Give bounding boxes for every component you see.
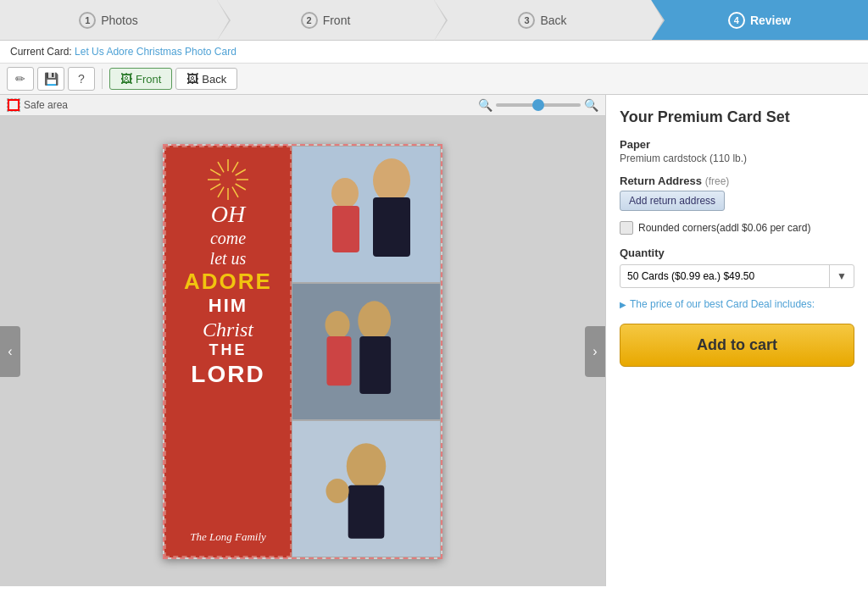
rounded-corners-checkbox[interactable]	[620, 221, 633, 235]
svg-point-25	[326, 478, 348, 502]
card-left: OH come let us ADORE HIM Christ THE LORD…	[164, 146, 292, 557]
card-right	[292, 146, 441, 557]
card-text-adore: ADORE	[184, 269, 272, 295]
zoom-slider[interactable]	[496, 103, 581, 107]
next-arrow[interactable]: ›	[585, 326, 605, 377]
step-num-photos: 1	[79, 12, 96, 29]
step-label-review: Review	[750, 14, 791, 27]
svg-point-20	[326, 311, 350, 339]
breadcrumb-prefix: Current Card:	[10, 46, 72, 58]
canvas-toolbar: Safe area 🔍 🔍	[0, 95, 605, 116]
main-layout: Safe area 🔍 🔍 ‹	[0, 95, 868, 586]
photo-slot-3	[292, 420, 441, 557]
svg-rect-24	[348, 485, 385, 538]
card-family-name: The Long Family	[190, 529, 266, 545]
panel-title: Your Premium Card Set	[620, 108, 854, 126]
svg-point-15	[331, 178, 359, 208]
toolbar-separator	[102, 69, 103, 89]
paper-label: Paper	[620, 138, 854, 151]
card-text-christ: Christ	[184, 318, 272, 342]
quantity-label: Quantity	[620, 247, 854, 259]
card-preview: OH come let us ADORE HIM Christ THE LORD…	[163, 144, 442, 559]
zoom-controls: 🔍 🔍	[478, 98, 598, 112]
svg-line-5	[232, 186, 238, 197]
add-to-cart-button[interactable]: Add to cart	[620, 324, 854, 367]
best-deal-text: The price of our best Card Deal includes…	[630, 298, 815, 310]
quantity-select-wrapper: 25 Cards ($1.19 ea.) $29.75 50 Cards ($0…	[620, 264, 854, 288]
step-label-photos: Photos	[101, 14, 138, 27]
quantity-select[interactable]: 25 Cards ($1.19 ea.) $29.75 50 Cards ($0…	[620, 265, 829, 287]
card-text-the: THE	[184, 341, 272, 360]
svg-line-2	[236, 169, 246, 175]
right-panel: Your Premium Card Set Paper Premium card…	[605, 95, 868, 586]
breadcrumb-link[interactable]: Let Us Adore Christmas Photo Card	[75, 46, 236, 58]
quantity-select-arrow: ▼	[829, 265, 854, 287]
svg-line-1	[232, 162, 238, 172]
svg-rect-19	[359, 336, 391, 394]
svg-line-7	[218, 186, 224, 197]
back-tab[interactable]: 🖼 Back	[175, 68, 237, 90]
wizard-step-front[interactable]: 2 Front	[217, 0, 434, 40]
toolbar: ✏ 💾 ? 🖼 Front 🖼 Back	[0, 64, 868, 95]
best-deal-link[interactable]: ▶ The price of our best Card Deal includ…	[620, 298, 854, 310]
edit-button[interactable]: ✏	[7, 67, 34, 91]
add-return-address-button[interactable]: Add return address	[620, 191, 725, 211]
step-num-front: 2	[301, 12, 318, 29]
svg-line-11	[218, 162, 224, 172]
return-address-label: Return Address	[620, 175, 702, 187]
breadcrumb: Current Card: Let Us Adore Christmas Pho…	[0, 41, 868, 64]
best-deal-arrow-icon: ▶	[620, 300, 626, 309]
front-tab-icon: 🖼	[120, 72, 132, 86]
canvas-content: ‹	[0, 116, 605, 586]
step-label-back: Back	[540, 14, 566, 27]
safe-area-text: Safe area	[24, 99, 68, 111]
svg-point-13	[373, 158, 410, 202]
card-text-him: HIM	[184, 295, 272, 317]
step-num-back: 3	[518, 12, 535, 29]
step-num-review: 4	[728, 12, 745, 29]
card-text-lord: LORD	[184, 360, 272, 389]
safe-area-icon	[7, 98, 20, 112]
step-label-front: Front	[323, 14, 351, 27]
back-tab-icon: 🖼	[186, 72, 198, 86]
zoom-in-icon[interactable]: 🔍	[584, 98, 598, 112]
front-tab[interactable]: 🖼 Front	[109, 68, 172, 90]
return-address-free: (free)	[705, 175, 730, 187]
canvas-area: Safe area 🔍 🔍 ‹	[0, 95, 605, 586]
photo-slot-1	[292, 146, 441, 283]
help-button[interactable]: ?	[68, 67, 95, 91]
svg-rect-21	[326, 336, 351, 385]
wizard-step-back[interactable]: 3 Back	[434, 0, 651, 40]
card-text: OH come let us ADORE HIM Christ THE LORD	[184, 200, 272, 389]
front-tab-label: Front	[136, 73, 161, 86]
back-tab-label: Back	[202, 73, 226, 86]
svg-line-10	[210, 169, 220, 175]
wizard-nav: 1 Photos 2 Front 3 Back 4 Review	[0, 0, 868, 41]
svg-rect-12	[292, 147, 440, 282]
wizard-step-review[interactable]: 4 Review	[651, 0, 868, 40]
sunburst-icon	[203, 154, 253, 205]
svg-rect-16	[332, 206, 359, 252]
return-address-section: Return Address (free) Add return address	[620, 175, 854, 211]
card-text-let-us: let us	[184, 248, 272, 269]
safe-area-label: Safe area	[7, 98, 68, 112]
prev-arrow[interactable]: ‹	[0, 326, 20, 377]
svg-rect-14	[373, 197, 410, 257]
rounded-corners-row: Rounded corners(addl $0.06 per card)	[620, 221, 854, 235]
save-button[interactable]: 💾	[37, 67, 64, 91]
wizard-step-photos[interactable]: 1 Photos	[0, 0, 217, 40]
svg-point-23	[347, 443, 387, 489]
paper-value: Premium cardstock (110 lb.)	[620, 152, 854, 164]
return-address-header: Return Address (free)	[620, 175, 854, 187]
zoom-out-icon[interactable]: 🔍	[478, 98, 492, 112]
card-text-come: come	[184, 228, 272, 248]
rounded-corners-label: Rounded corners(addl $0.06 per card)	[638, 222, 810, 234]
svg-line-4	[236, 184, 246, 190]
svg-line-8	[210, 184, 220, 190]
svg-point-18	[358, 301, 391, 341]
photo-slot-2	[292, 283, 441, 420]
